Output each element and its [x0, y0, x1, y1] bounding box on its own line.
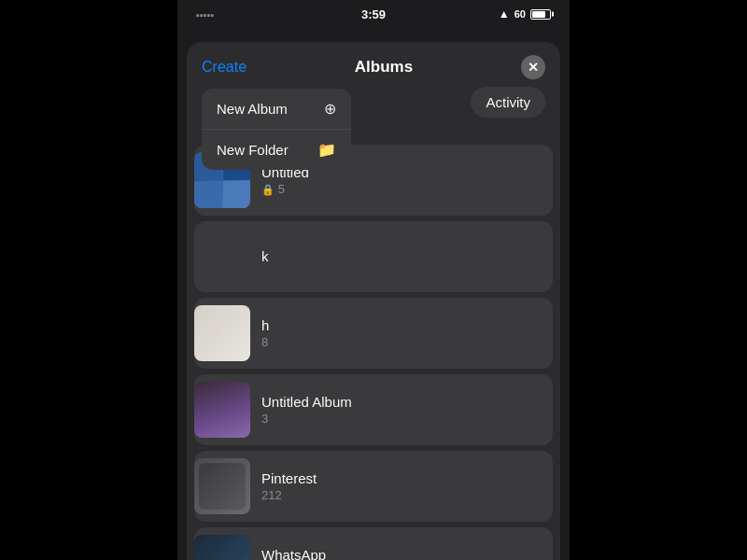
album-name: Pinterest — [261, 470, 542, 486]
status-bar: 3:59 ▪▪▪▪▪ ▲ 60 — [177, 0, 570, 28]
new-folder-item[interactable]: New Folder 📁 — [202, 130, 351, 170]
activity-button[interactable]: Activity — [471, 87, 545, 118]
status-time: 3:59 — [361, 7, 386, 21]
list-item[interactable]: k — [194, 221, 553, 292]
album-name: k — [261, 248, 542, 264]
list-item[interactable]: Untitled Album 3 — [194, 374, 553, 445]
album-name: WhatsApp — [261, 547, 542, 560]
albums-list: Untitled 🔒 5 k h — [187, 145, 560, 560]
list-item[interactable]: Pinterest 212 — [194, 451, 553, 522]
album-count: 3 — [261, 412, 542, 426]
album-name: h — [261, 317, 542, 333]
album-thumbnail — [194, 535, 250, 560]
album-info: k — [261, 248, 542, 266]
album-thumbnail — [194, 382, 250, 438]
wifi-icon: ▲ — [499, 7, 510, 21]
album-count: 212 — [261, 488, 542, 502]
battery-percent: 60 — [514, 8, 526, 20]
modal-header: Create Albums ✕ — [187, 42, 560, 79]
folder-add-icon: 📁 — [317, 141, 336, 159]
new-album-item[interactable]: New Album ⊕ — [202, 89, 351, 130]
carrier-icon: ▪▪▪▪▪ — [196, 9, 215, 21]
albums-modal: Create Albums ✕ New Album ⊕ New Folder 📁… — [187, 42, 560, 560]
album-add-icon: ⊕ — [324, 100, 336, 118]
album-name: Untitled Album — [261, 394, 542, 410]
new-folder-label: New Folder — [217, 142, 289, 158]
close-button[interactable]: ✕ — [521, 55, 545, 79]
album-thumbnail — [194, 229, 250, 285]
create-button[interactable]: Create — [202, 59, 247, 76]
album-info: Untitled Album 3 — [261, 394, 542, 426]
album-info: h 8 — [261, 317, 542, 349]
album-info: WhatsApp 2,472 — [261, 547, 542, 560]
modal-title: Albums — [355, 58, 413, 77]
status-left-icons: ▪▪▪▪▪ — [196, 7, 215, 21]
album-thumbnail — [194, 305, 250, 361]
album-thumbnail — [194, 458, 250, 514]
list-item[interactable]: h 8 — [194, 298, 553, 369]
album-count: 🔒 5 — [261, 182, 542, 196]
status-right-icons: ▲ 60 — [499, 7, 551, 21]
battery-icon — [530, 9, 551, 20]
list-item[interactable]: WhatsApp 2,472 — [194, 527, 553, 560]
album-count: 8 — [261, 335, 542, 349]
dropdown-menu: New Album ⊕ New Folder 📁 — [202, 89, 351, 170]
phone-screen: 3:59 ▪▪▪▪▪ ▲ 60 Create Albums ✕ New Albu… — [177, 0, 570, 560]
album-info: Pinterest 212 — [261, 470, 542, 502]
new-album-label: New Album — [217, 101, 288, 117]
